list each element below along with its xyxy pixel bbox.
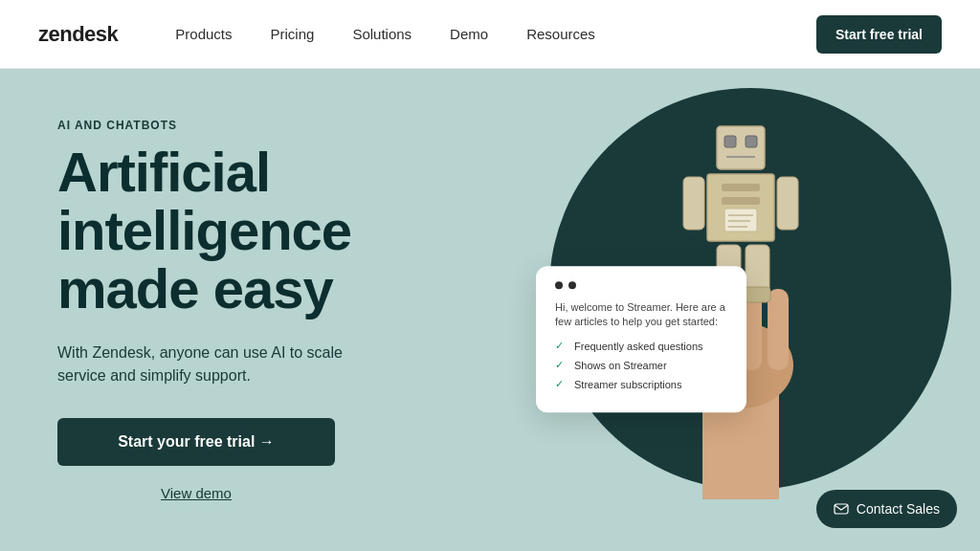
hero-title: Artificial intelligence made easy bbox=[57, 143, 479, 319]
svg-rect-8 bbox=[724, 136, 736, 147]
svg-rect-17 bbox=[746, 245, 769, 293]
check-icon-2: ✓ bbox=[555, 359, 568, 372]
svg-rect-7 bbox=[717, 126, 765, 169]
main-nav: Products Pricing Solutions Demo Resource… bbox=[175, 26, 816, 42]
chat-dot-1 bbox=[555, 281, 563, 289]
chat-list-item-3: ✓ Streamer subscriptions bbox=[555, 378, 727, 391]
contact-sales-label: Contact Sales bbox=[857, 501, 940, 517]
check-icon-3: ✓ bbox=[555, 378, 568, 391]
chat-greeting: Hi, welcome to Streamer. Here are a few … bbox=[555, 300, 727, 330]
view-demo-link[interactable]: View demo bbox=[57, 485, 335, 501]
chat-list-item-1: ✓ Frequently asked questions bbox=[555, 340, 727, 353]
header-start-trial-button[interactable]: Start free trial bbox=[816, 15, 942, 54]
mail-icon bbox=[834, 501, 849, 517]
hero-title-line3: made easy bbox=[57, 257, 333, 320]
hero-visual: Hi, welcome to Streamer. Here are a few … bbox=[479, 69, 923, 551]
chat-dots bbox=[555, 281, 727, 289]
svg-rect-9 bbox=[746, 136, 757, 147]
nav-products[interactable]: Products bbox=[175, 26, 232, 42]
nav-pricing[interactable]: Pricing bbox=[271, 26, 315, 42]
check-icon-1: ✓ bbox=[555, 340, 568, 353]
chat-list-text-3: Streamer subscriptions bbox=[574, 379, 682, 390]
svg-rect-20 bbox=[724, 209, 757, 231]
chat-dot-2 bbox=[568, 281, 576, 289]
hero-title-line1: Artificial bbox=[57, 141, 270, 203]
nav-demo[interactable]: Demo bbox=[450, 26, 488, 42]
chat-widget: Hi, welcome to Streamer. Here are a few … bbox=[536, 266, 746, 412]
chat-list-text-1: Frequently asked questions bbox=[574, 341, 703, 352]
chat-list-item-2: ✓ Shows on Streamer bbox=[555, 359, 727, 372]
logo: zendesk bbox=[38, 22, 118, 47]
hero-start-trial-button[interactable]: Start your free trial → bbox=[57, 418, 335, 466]
hero-eyebrow: AI AND CHATBOTS bbox=[57, 119, 479, 132]
svg-rect-24 bbox=[835, 504, 848, 514]
header: zendesk Products Pricing Solutions Demo … bbox=[0, 0, 980, 69]
svg-rect-13 bbox=[722, 197, 760, 205]
svg-rect-14 bbox=[683, 177, 704, 230]
svg-rect-12 bbox=[722, 184, 760, 191]
nav-resources[interactable]: Resources bbox=[526, 26, 595, 42]
svg-rect-5 bbox=[768, 289, 789, 370]
hero-title-line2: intelligence bbox=[57, 199, 351, 261]
hero-subtitle: With Zendesk, anyone can use AI to scale… bbox=[57, 342, 364, 387]
hero-content: AI AND CHATBOTS Artificial intelligence … bbox=[57, 119, 479, 501]
contact-sales-button[interactable]: Contact Sales bbox=[816, 490, 957, 528]
chat-list-text-2: Shows on Streamer bbox=[574, 360, 667, 371]
nav-solutions[interactable]: Solutions bbox=[352, 26, 412, 42]
svg-rect-15 bbox=[777, 177, 798, 230]
hero-section: AI AND CHATBOTS Artificial intelligence … bbox=[0, 69, 980, 551]
